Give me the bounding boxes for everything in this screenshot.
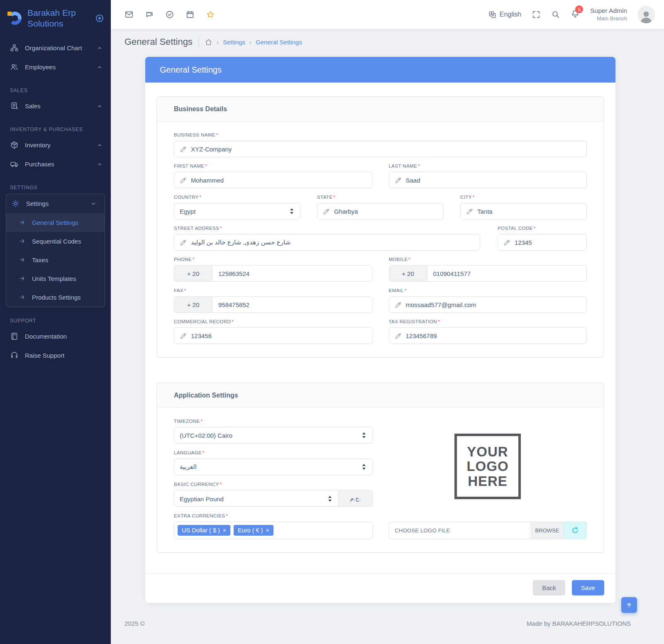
chat-icon[interactable] <box>145 10 154 19</box>
sidebar-item-organizational-chart[interactable]: Organizational Chart <box>0 39 111 58</box>
required-mark: * <box>438 319 440 324</box>
brand[interactable]: Barakah Erp Solutions <box>0 0 111 35</box>
state-input[interactable] <box>334 208 438 215</box>
fullscreen-icon[interactable] <box>532 10 541 19</box>
arrow-right-icon <box>19 294 25 300</box>
required-mark: * <box>205 163 207 168</box>
sidebar-subitem-label: General Settings <box>32 219 78 226</box>
required-mark: * <box>199 195 201 200</box>
business-details-section: Business Details BUSINESS NAME* FIRST NA… <box>156 96 604 358</box>
quick-icons <box>124 10 215 19</box>
sidebar-subitem-label: Sequential Codes <box>32 238 81 245</box>
timezone-select[interactable]: (UTC+02:00) Cairo <box>174 427 373 444</box>
country-select[interactable]: Egypt <box>174 203 300 220</box>
sidebar-nav: Organizational Chart Employees SALES Sal… <box>0 35 111 365</box>
select-arrows-icon <box>361 463 367 470</box>
tax-registration-input[interactable] <box>406 332 581 339</box>
sidebar-item-sales[interactable]: Sales <box>0 97 111 116</box>
sidebar-item-label: Organizational Chart <box>25 44 90 51</box>
sidebar-subitem-products-settings[interactable]: Products Settings <box>6 288 105 307</box>
sidebar-item-inventory[interactable]: Inventory <box>0 136 111 155</box>
save-button[interactable]: Save <box>572 580 604 595</box>
chip-remove-icon[interactable]: × <box>223 527 226 534</box>
first-name-input[interactable] <box>191 177 366 184</box>
mobile-input[interactable] <box>427 266 587 281</box>
arrow-right-icon <box>19 219 25 226</box>
chip-label: US Dollar ( $ ) <box>182 527 220 534</box>
commercial-record-input[interactable] <box>191 332 366 339</box>
reset-logo-button[interactable] <box>563 522 587 539</box>
chip-remove-icon[interactable]: × <box>266 527 269 534</box>
basic-currency-value: Egyptian Pound <box>180 495 323 503</box>
postal-code-input[interactable] <box>515 239 581 246</box>
sidebar-item-raise-support[interactable]: Raise Support <box>0 346 111 365</box>
language-select[interactable]: العربية <box>174 459 373 475</box>
sidebar-subitem-label: Products Settings <box>32 294 81 301</box>
notifications-button[interactable]: 5 <box>571 9 580 20</box>
field-label: FIRST NAME* <box>174 163 372 168</box>
sidebar-section-inventory: INVENTORY & PURCHASES <box>10 127 111 132</box>
breadcrumb-separator: › <box>249 39 251 46</box>
star-icon[interactable] <box>206 10 215 19</box>
required-mark: * <box>220 226 222 231</box>
sidebar-collapse-toggle[interactable] <box>96 15 103 22</box>
page-footer: 2025 © Made by BARAKAHERPSOLUTIONS <box>111 603 664 627</box>
phone-input[interactable] <box>212 266 372 281</box>
arrow-up-icon <box>626 602 632 608</box>
sidebar-section-settings: SETTINGS <box>10 185 111 190</box>
basic-currency-select[interactable]: Egyptian Pound <box>174 490 338 507</box>
street-address-input[interactable] <box>191 239 474 246</box>
language-value: العربية <box>180 463 357 471</box>
sidebar-item-employees[interactable]: Employees <box>0 58 111 77</box>
pen-icon <box>180 239 187 246</box>
sidebar-item-purchases[interactable]: Purchases <box>0 155 111 174</box>
field-label: COUNTRY* <box>174 195 300 200</box>
fax-input[interactable] <box>212 297 372 312</box>
chevron-up-icon <box>97 103 103 109</box>
select-arrows-icon <box>327 495 333 502</box>
search-icon[interactable] <box>551 10 560 19</box>
fax-field: + 20 <box>174 296 372 313</box>
avatar[interactable] <box>637 6 655 23</box>
package-icon <box>10 141 19 149</box>
breadcrumb-settings[interactable]: Settings <box>223 39 245 46</box>
extra-currencies-field[interactable]: US Dollar ( $ ) × Euro ( € ) × <box>174 522 373 539</box>
pen-icon <box>180 332 187 339</box>
logo-file-input[interactable]: CHOOSE LOGO FILE BROWSE <box>388 522 563 539</box>
scroll-to-top-button[interactable] <box>621 597 637 613</box>
mail-icon[interactable] <box>124 10 134 19</box>
notification-count-badge: 5 <box>575 5 583 13</box>
card-title: General Settings <box>160 65 222 75</box>
pen-icon <box>395 301 402 308</box>
back-button[interactable]: Back <box>533 580 565 595</box>
field-label: BUSINESS NAME* <box>174 132 587 137</box>
city-input[interactable] <box>477 208 581 215</box>
browse-button[interactable]: BROWSE <box>531 522 563 539</box>
state-field <box>317 203 444 220</box>
required-mark: * <box>333 195 335 200</box>
last-name-input[interactable] <box>406 177 581 184</box>
sidebar-item-settings[interactable]: Settings <box>6 194 105 213</box>
field-label: LANGUAGE* <box>174 450 373 455</box>
language-switcher[interactable]: English <box>488 11 521 19</box>
breadcrumb-general-settings[interactable]: General Settings <box>256 39 302 46</box>
sidebar-subitem-units-templates[interactable]: Units Templates <box>6 269 105 288</box>
calendar-icon[interactable] <box>186 10 195 19</box>
basic-currency-field: Egyptian Pound ج.م. <box>174 490 373 507</box>
chevron-up-icon <box>97 45 103 51</box>
arrow-right-icon <box>19 238 25 244</box>
field-label: POSTAL CODE* <box>498 226 587 231</box>
sidebar-subitem-taxes[interactable]: Taxes <box>6 251 105 269</box>
home-icon[interactable] <box>205 38 212 46</box>
select-arrows-icon <box>361 432 367 439</box>
check-circle-icon[interactable] <box>165 10 174 19</box>
sidebar-subitem-sequential-codes[interactable]: Sequential Codes <box>6 232 105 251</box>
sidebar-section-sales: SALES <box>10 88 111 93</box>
currency-chip-usd: US Dollar ( $ ) × <box>178 525 230 536</box>
sidebar-subitem-general-settings[interactable]: General Settings <box>6 213 105 232</box>
required-mark: * <box>232 319 234 324</box>
email-input[interactable] <box>406 301 581 308</box>
sidebar-item-documentation[interactable]: Documentation <box>0 327 111 346</box>
business-name-input[interactable] <box>191 146 581 153</box>
required-mark: * <box>473 195 475 200</box>
